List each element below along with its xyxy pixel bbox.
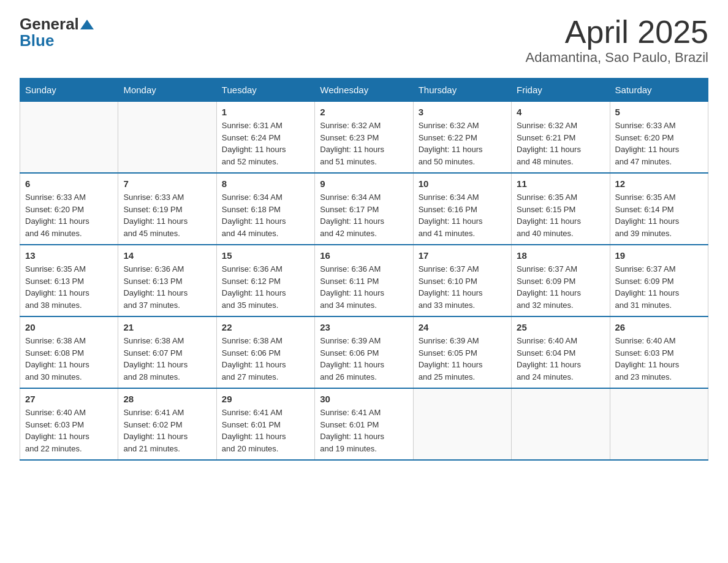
day-info: Sunrise: 6:36 AM Sunset: 6:12 PM Dayligh… xyxy=(222,263,309,311)
calendar-cell: 18Sunrise: 6:37 AM Sunset: 6:09 PM Dayli… xyxy=(512,245,610,316)
day-number: 20 xyxy=(25,322,113,332)
title-block: April 2025 Adamantina, Sao Paulo, Brazil xyxy=(526,15,708,66)
day-info: Sunrise: 6:34 AM Sunset: 6:16 PM Dayligh… xyxy=(419,191,506,239)
calendar-cell: 30Sunrise: 6:41 AM Sunset: 6:01 PM Dayli… xyxy=(315,388,413,460)
page-title: April 2025 xyxy=(526,15,708,50)
day-number: 7 xyxy=(123,178,211,189)
header-cell-wednesday: Wednesday xyxy=(315,79,413,102)
calendar-cell xyxy=(512,388,610,460)
day-number: 19 xyxy=(615,250,703,261)
day-number: 11 xyxy=(517,178,604,189)
calendar-cell xyxy=(118,102,216,174)
day-info: Sunrise: 6:40 AM Sunset: 6:04 PM Dayligh… xyxy=(517,335,604,383)
logo: General Blue xyxy=(20,15,94,50)
calendar-cell: 10Sunrise: 6:34 AM Sunset: 6:16 PM Dayli… xyxy=(413,173,511,245)
calendar-week-row: 27Sunrise: 6:40 AM Sunset: 6:03 PM Dayli… xyxy=(20,388,708,460)
calendar-week-row: 1Sunrise: 6:31 AM Sunset: 6:24 PM Daylig… xyxy=(20,102,708,174)
day-info: Sunrise: 6:31 AM Sunset: 6:24 PM Dayligh… xyxy=(222,120,309,167)
day-number: 3 xyxy=(419,107,506,117)
calendar-cell: 5Sunrise: 6:33 AM Sunset: 6:20 PM Daylig… xyxy=(610,102,708,174)
day-info: Sunrise: 6:33 AM Sunset: 6:20 PM Dayligh… xyxy=(25,191,113,239)
calendar-cell: 27Sunrise: 6:40 AM Sunset: 6:03 PM Dayli… xyxy=(20,388,118,460)
header-cell-thursday: Thursday xyxy=(413,79,511,102)
day-number: 30 xyxy=(320,394,408,404)
day-number: 18 xyxy=(517,250,604,261)
day-info: Sunrise: 6:41 AM Sunset: 6:01 PM Dayligh… xyxy=(222,407,309,454)
header-cell-monday: Monday xyxy=(118,79,216,102)
day-number: 22 xyxy=(222,322,309,332)
day-info: Sunrise: 6:41 AM Sunset: 6:01 PM Dayligh… xyxy=(320,407,408,454)
day-number: 25 xyxy=(517,322,604,332)
calendar-cell: 23Sunrise: 6:39 AM Sunset: 6:06 PM Dayli… xyxy=(315,316,413,388)
svg-marker-0 xyxy=(80,20,94,29)
header-cell-tuesday: Tuesday xyxy=(216,79,314,102)
day-info: Sunrise: 6:38 AM Sunset: 6:07 PM Dayligh… xyxy=(123,335,211,383)
day-info: Sunrise: 6:37 AM Sunset: 6:09 PM Dayligh… xyxy=(517,263,604,311)
calendar-cell: 17Sunrise: 6:37 AM Sunset: 6:10 PM Dayli… xyxy=(413,245,511,316)
calendar-cell: 9Sunrise: 6:34 AM Sunset: 6:17 PM Daylig… xyxy=(315,173,413,245)
calendar-cell: 8Sunrise: 6:34 AM Sunset: 6:18 PM Daylig… xyxy=(216,173,314,245)
page-header: General Blue April 2025 Adamantina, Sao … xyxy=(20,15,708,66)
logo-wrapper: General Blue xyxy=(20,15,94,50)
calendar-table: SundayMondayTuesdayWednesdayThursdayFrid… xyxy=(20,78,708,461)
day-number: 16 xyxy=(320,250,408,261)
calendar-cell: 16Sunrise: 6:36 AM Sunset: 6:11 PM Dayli… xyxy=(315,245,413,316)
header-cell-saturday: Saturday xyxy=(610,79,708,102)
calendar-cell: 6Sunrise: 6:33 AM Sunset: 6:20 PM Daylig… xyxy=(20,173,118,245)
day-number: 4 xyxy=(517,107,604,117)
calendar-cell: 11Sunrise: 6:35 AM Sunset: 6:15 PM Dayli… xyxy=(512,173,610,245)
day-info: Sunrise: 6:39 AM Sunset: 6:05 PM Dayligh… xyxy=(419,335,506,383)
day-info: Sunrise: 6:35 AM Sunset: 6:14 PM Dayligh… xyxy=(615,191,703,239)
day-info: Sunrise: 6:37 AM Sunset: 6:10 PM Dayligh… xyxy=(419,263,506,311)
day-number: 2 xyxy=(320,107,408,117)
calendar-cell: 21Sunrise: 6:38 AM Sunset: 6:07 PM Dayli… xyxy=(118,316,216,388)
calendar-body: 1Sunrise: 6:31 AM Sunset: 6:24 PM Daylig… xyxy=(20,102,708,461)
calendar-cell: 19Sunrise: 6:37 AM Sunset: 6:09 PM Dayli… xyxy=(610,245,708,316)
day-number: 21 xyxy=(123,322,211,332)
day-info: Sunrise: 6:40 AM Sunset: 6:03 PM Dayligh… xyxy=(25,407,113,454)
day-info: Sunrise: 6:36 AM Sunset: 6:13 PM Dayligh… xyxy=(123,263,211,311)
day-number: 13 xyxy=(25,250,113,261)
day-number: 14 xyxy=(123,250,211,261)
day-info: Sunrise: 6:39 AM Sunset: 6:06 PM Dayligh… xyxy=(320,335,408,383)
logo-triangle-icon xyxy=(80,18,94,31)
calendar-cell xyxy=(20,102,118,174)
calendar-week-row: 6Sunrise: 6:33 AM Sunset: 6:20 PM Daylig… xyxy=(20,173,708,245)
day-info: Sunrise: 6:35 AM Sunset: 6:13 PM Dayligh… xyxy=(25,263,113,311)
day-number: 28 xyxy=(123,394,211,404)
calendar-header: SundayMondayTuesdayWednesdayThursdayFrid… xyxy=(20,79,708,102)
day-info: Sunrise: 6:40 AM Sunset: 6:03 PM Dayligh… xyxy=(615,335,703,383)
day-number: 1 xyxy=(222,107,309,117)
day-info: Sunrise: 6:32 AM Sunset: 6:22 PM Dayligh… xyxy=(419,120,506,167)
calendar-cell xyxy=(610,388,708,460)
day-info: Sunrise: 6:34 AM Sunset: 6:18 PM Dayligh… xyxy=(222,191,309,239)
calendar-cell: 7Sunrise: 6:33 AM Sunset: 6:19 PM Daylig… xyxy=(118,173,216,245)
day-number: 8 xyxy=(222,178,309,189)
calendar-cell: 14Sunrise: 6:36 AM Sunset: 6:13 PM Dayli… xyxy=(118,245,216,316)
day-info: Sunrise: 6:41 AM Sunset: 6:02 PM Dayligh… xyxy=(123,407,211,454)
day-number: 24 xyxy=(419,322,506,332)
calendar-cell: 26Sunrise: 6:40 AM Sunset: 6:03 PM Dayli… xyxy=(610,316,708,388)
day-number: 9 xyxy=(320,178,408,189)
day-number: 15 xyxy=(222,250,309,261)
day-info: Sunrise: 6:37 AM Sunset: 6:09 PM Dayligh… xyxy=(615,263,703,311)
day-number: 29 xyxy=(222,394,309,404)
header-cell-friday: Friday xyxy=(512,79,610,102)
page-subtitle: Adamantina, Sao Paulo, Brazil xyxy=(526,50,708,66)
day-number: 23 xyxy=(320,322,408,332)
calendar-cell: 28Sunrise: 6:41 AM Sunset: 6:02 PM Dayli… xyxy=(118,388,216,460)
day-info: Sunrise: 6:36 AM Sunset: 6:11 PM Dayligh… xyxy=(320,263,408,311)
day-number: 17 xyxy=(419,250,506,261)
calendar-cell: 24Sunrise: 6:39 AM Sunset: 6:05 PM Dayli… xyxy=(413,316,511,388)
calendar-week-row: 13Sunrise: 6:35 AM Sunset: 6:13 PM Dayli… xyxy=(20,245,708,316)
calendar-cell: 13Sunrise: 6:35 AM Sunset: 6:13 PM Dayli… xyxy=(20,245,118,316)
calendar-week-row: 20Sunrise: 6:38 AM Sunset: 6:08 PM Dayli… xyxy=(20,316,708,388)
day-info: Sunrise: 6:38 AM Sunset: 6:08 PM Dayligh… xyxy=(25,335,113,383)
header-cell-sunday: Sunday xyxy=(20,79,118,102)
day-number: 12 xyxy=(615,178,703,189)
day-info: Sunrise: 6:35 AM Sunset: 6:15 PM Dayligh… xyxy=(517,191,604,239)
calendar-cell xyxy=(413,388,511,460)
day-number: 5 xyxy=(615,107,703,117)
calendar-cell: 1Sunrise: 6:31 AM Sunset: 6:24 PM Daylig… xyxy=(216,102,314,174)
calendar-cell: 29Sunrise: 6:41 AM Sunset: 6:01 PM Dayli… xyxy=(216,388,314,460)
